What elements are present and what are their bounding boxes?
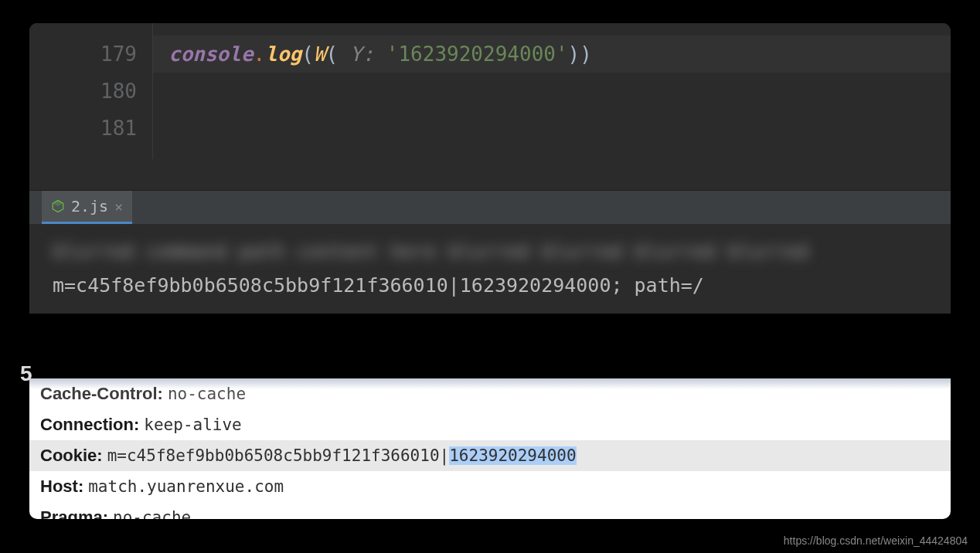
header-value: no-cache [113,508,191,519]
header-name: Cookie: [40,446,103,466]
cookie-prefix: m=c45f8ef9bb0b6508c5bb9f121f366010| [107,446,450,465]
header-value: m=c45f8ef9bb0b6508c5bb9f121f366010|16239… [107,446,577,465]
header-row-cache-control[interactable]: Cache-Control: no-cache [29,378,951,409]
token-paren: ( [301,42,314,66]
token-dot: . [254,42,266,66]
header-name: Cache-Control: [40,384,163,404]
tab-bar: 2.js × [29,190,951,224]
tab-filename: 2.js [71,197,108,215]
line-number: 180 [42,73,137,110]
header-value: no-cache [168,385,246,403]
http-headers-panel: Cache-Control: no-cache Connection: keep… [29,378,951,519]
header-row-connection[interactable]: Connection: keep-alive [29,409,951,440]
tab-file[interactable]: 2.js × [42,191,132,224]
token-paren: ( [326,42,339,66]
nodejs-icon [51,199,65,213]
line-number: 179 [42,36,137,73]
close-icon[interactable]: × [114,198,123,215]
code-line-179[interactable]: console.log(W( Y: '1623920294000')) [153,36,951,73]
code-line-180[interactable] [168,73,935,110]
header-name: Connection: [40,415,139,435]
header-row-host[interactable]: Host: match.yuanrenxue.com [29,471,951,502]
header-value: match.yuanrenxue.com [88,477,284,496]
header-value: keep-alive [144,416,241,434]
terminal-output[interactable]: m=c45f8ef9bb0b6508c5bb9f121f366010|16239… [53,269,927,303]
line-number: 181 [42,110,137,147]
header-row-cookie[interactable]: Cookie: m=c45f8ef9bb0b6508c5bb9f121f3660… [29,440,951,471]
header-row-pragma[interactable]: Pragma: no-cache [29,502,951,519]
watermark-text: https://blog.csdn.net/weixin_44424804 [784,534,968,547]
token-paren: ) [568,42,580,66]
editor-spacer [29,159,951,190]
code-line-181[interactable] [168,110,935,147]
token-object: console [168,42,254,66]
editor-container: 179 180 181 console.log(W( Y: '162392029… [29,23,951,314]
token-method: log [265,42,301,66]
header-name: Host: [40,477,83,497]
code-area: 179 180 181 console.log(W( Y: '162392029… [29,23,951,159]
header-name: Pragma: [40,507,108,519]
token-paren: ) [580,42,592,66]
token-function: W [314,42,326,66]
cookie-selected-timestamp[interactable]: 1623920294000 [449,446,576,465]
terminal-panel[interactable]: blurred command path content here blurre… [29,224,951,314]
token-string: '1623920294000' [386,42,568,66]
line-gutter: 179 180 181 [29,23,153,159]
code-content[interactable]: console.log(W( Y: '1623920294000')) [153,23,951,159]
token-param-hint: Y: [338,42,386,66]
terminal-blurred-line: blurred command path content here blurre… [53,235,927,269]
